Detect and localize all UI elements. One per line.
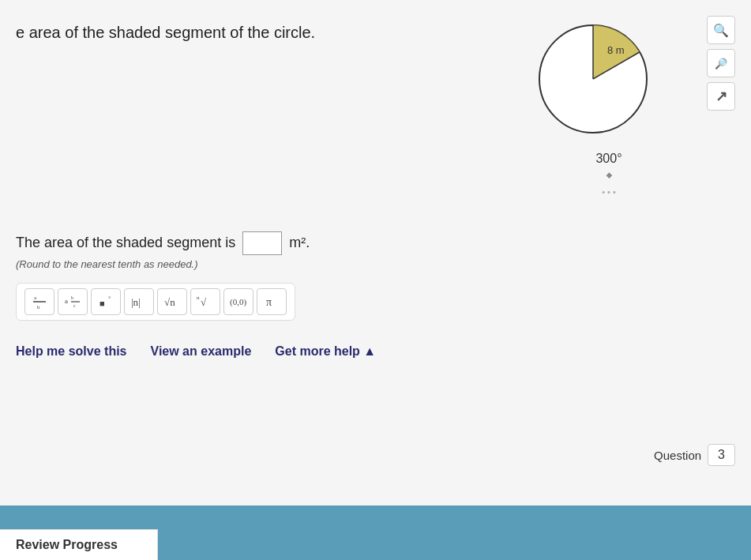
svg-text:8 m: 8 m <box>607 44 625 56</box>
zoom-out-tool[interactable]: 🔎 <box>707 49 735 77</box>
review-progress[interactable]: Review Progress <box>0 529 158 560</box>
svg-text:√n: √n <box>164 296 175 308</box>
round-note: (Round to the nearest tenth as needed.) <box>16 258 719 270</box>
svg-text:|n|: |n| <box>131 296 141 308</box>
answer-area: The area of the shaded segment is m². (R… <box>16 231 719 270</box>
angle-label: 300° <box>530 152 688 166</box>
answer-input[interactable] <box>242 231 282 255</box>
fraction-btn[interactable]: ab <box>24 288 54 315</box>
more-help-link[interactable]: Get more help ▲ <box>275 344 376 359</box>
zoom-in-tool[interactable]: 🔍 <box>707 16 735 44</box>
svg-text:b: b <box>37 304 40 310</box>
nth-root-btn[interactable]: n√ <box>190 288 220 315</box>
svg-text:a: a <box>34 295 37 301</box>
svg-text:°: ° <box>108 295 111 303</box>
question-number: 3 <box>708 444 735 466</box>
svg-text:■: ■ <box>100 299 105 308</box>
help-link[interactable]: Help me solve this <box>16 344 127 359</box>
example-link[interactable]: View an example <box>151 344 252 359</box>
external-link-tool[interactable]: ↗ <box>707 82 735 111</box>
answer-suffix: m². <box>289 235 310 250</box>
svg-text:b: b <box>71 295 73 300</box>
move-icon: ⬥• • • <box>530 166 688 199</box>
svg-text:a: a <box>65 297 68 305</box>
pi-btn[interactable]: π <box>257 288 287 315</box>
question-label: Question <box>654 449 701 462</box>
main-content: e area of the shaded segment of the circ… <box>0 0 751 506</box>
answer-prefix: The area of the shaded segment is <box>16 235 235 250</box>
diagram-area: 8 m 300° ⬥• • • <box>530 16 688 237</box>
math-toolbar: ab abc ■° |n| √n n√ (0,0) π <box>16 283 295 321</box>
tools-panel: 🔍 🔎 ↗ <box>707 16 735 111</box>
svg-text:(0,0): (0,0) <box>230 297 246 307</box>
svg-text:π: π <box>266 296 272 308</box>
interval-btn[interactable]: (0,0) <box>223 288 253 315</box>
svg-text:c: c <box>73 303 76 308</box>
mixed-number-btn[interactable]: abc <box>58 288 88 315</box>
sqrt-btn[interactable]: √n <box>157 288 187 315</box>
svg-text:n: n <box>197 295 200 301</box>
absolute-value-btn[interactable]: |n| <box>124 288 154 315</box>
bottom-links: Help me solve this View an example Get m… <box>16 344 719 359</box>
exponent-btn[interactable]: ■° <box>91 288 121 315</box>
circle-diagram: 8 m <box>530 16 656 142</box>
svg-text:√: √ <box>201 296 207 308</box>
question-nav: Question 3 <box>654 444 735 466</box>
